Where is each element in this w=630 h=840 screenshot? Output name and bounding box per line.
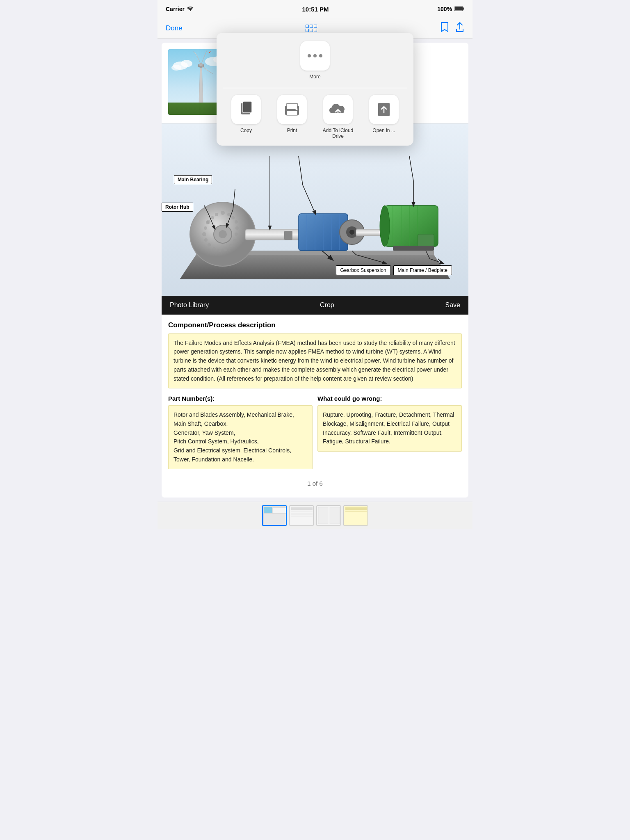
photo-bar: Photo Library Crop Save — [162, 296, 468, 315]
svg-rect-69 — [418, 234, 434, 247]
photo-library-button[interactable]: Photo Library — [170, 301, 209, 309]
grid-cell — [314, 29, 317, 32]
svg-point-33 — [215, 213, 218, 216]
grid-cell — [306, 29, 309, 32]
nav-icons — [441, 22, 464, 35]
thumbnail-3[interactable] — [316, 505, 341, 526]
more-action[interactable]: More — [294, 41, 336, 80]
openin-icon-box[interactable] — [369, 95, 399, 124]
svg-point-44 — [212, 247, 216, 251]
part-numbers-content: Rotor and Blades Assembly, Mechanical Br… — [168, 405, 313, 469]
share-button[interactable] — [455, 22, 464, 35]
svg-point-30 — [219, 230, 227, 238]
openin-action[interactable]: Open in ... — [363, 95, 404, 139]
svg-rect-50 — [245, 229, 303, 240]
svg-point-48 — [204, 226, 207, 230]
thumb-image-3 — [317, 506, 341, 526]
diagram-bottom-labels: Gearbox Suspension Main Frame / Bedplate — [336, 265, 452, 275]
grid-view-button[interactable] — [306, 25, 317, 32]
crop-button[interactable]: Crop — [320, 301, 334, 309]
svg-rect-70 — [393, 246, 434, 251]
svg-point-4 — [308, 54, 311, 57]
svg-rect-79 — [291, 516, 313, 517]
thumb-image-1 — [263, 506, 287, 526]
main-bearing-label: Main Bearing — [174, 175, 212, 184]
svg-point-47 — [202, 232, 206, 236]
svg-rect-73 — [273, 508, 287, 513]
thumbnail-strip — [158, 502, 472, 529]
battery-label: 100% — [437, 6, 452, 12]
svg-rect-74 — [264, 514, 287, 525]
share-popup: More Copy — [217, 33, 413, 146]
grid-cell — [314, 25, 317, 28]
thumbnail-1[interactable] — [262, 505, 287, 526]
save-button[interactable]: Save — [445, 301, 460, 309]
turbine-diagram: Main Bearing Rotor Hub Gearbox Suspensio… — [162, 123, 468, 296]
more-icon-box[interactable] — [300, 41, 330, 71]
svg-point-42 — [224, 248, 227, 251]
share-row-1: More — [223, 41, 407, 80]
part-numbers-title: Part Number(s): — [168, 395, 313, 402]
svg-point-36 — [231, 216, 235, 219]
icloud-label: Add To iCloud Drive — [317, 128, 358, 139]
svg-rect-77 — [291, 511, 313, 512]
status-bar: Carrier 10:51 PM 100% — [158, 0, 472, 18]
svg-point-41 — [229, 244, 233, 247]
what-wrong-col: What could go wrong: Rupture, Uprooting,… — [317, 395, 462, 476]
rotor-hub-label: Rotor Hub — [162, 203, 193, 212]
status-time: 10:51 PM — [302, 6, 329, 13]
svg-point-49 — [206, 221, 209, 224]
thumb-image-2 — [290, 506, 314, 526]
more-label: More — [309, 74, 320, 80]
thumbnail-4[interactable] — [343, 505, 368, 526]
page-indicator: 1 of 6 — [168, 476, 462, 491]
svg-point-39 — [235, 233, 238, 236]
svg-point-43 — [218, 249, 221, 252]
bookmark-button[interactable] — [441, 22, 449, 35]
part-numbers-col: Part Number(s): Rotor and Blades Assembl… — [168, 395, 313, 476]
svg-point-16 — [181, 60, 192, 67]
svg-point-46 — [204, 238, 208, 242]
svg-point-5 — [313, 54, 317, 57]
svg-rect-78 — [291, 513, 313, 515]
status-right: 100% — [437, 6, 464, 12]
what-wrong-title: What could go wrong: — [317, 395, 462, 402]
two-col-section: Part Number(s): Rotor and Blades Assembl… — [168, 395, 462, 476]
grid-cell — [310, 29, 313, 32]
wifi-icon — [187, 6, 194, 12]
carrier-label: Carrier — [166, 6, 185, 12]
svg-rect-3 — [455, 7, 463, 10]
svg-rect-8 — [243, 101, 252, 113]
copy-label: Copy — [240, 128, 252, 133]
svg-rect-76 — [291, 507, 313, 510]
gearbox-suspension-label: Gearbox Suspension — [336, 265, 391, 275]
svg-point-6 — [319, 54, 322, 57]
svg-point-32 — [211, 216, 214, 219]
popup-divider — [223, 88, 407, 88]
svg-rect-2 — [463, 8, 464, 10]
svg-rect-11 — [287, 111, 297, 116]
icloud-action[interactable]: Add To iCloud Drive — [317, 95, 358, 139]
thumbnail-2[interactable] — [289, 505, 314, 526]
component-section: Component/Process description The Failur… — [162, 315, 468, 498]
done-button[interactable]: Done — [166, 24, 183, 32]
svg-point-34 — [221, 211, 225, 215]
svg-point-0 — [190, 10, 191, 11]
svg-point-64 — [380, 205, 390, 247]
svg-rect-85 — [345, 511, 367, 512]
copy-action[interactable]: Copy — [226, 95, 267, 139]
component-title: Component/Process description — [168, 321, 462, 329]
status-left: Carrier — [166, 6, 194, 12]
what-wrong-content: Rupture, Uprooting, Fracture, Detachment… — [317, 405, 462, 452]
svg-point-35 — [227, 213, 231, 216]
icloud-icon-box[interactable] — [323, 95, 353, 124]
openin-label: Open in ... — [372, 128, 395, 133]
print-action[interactable]: Print — [272, 95, 313, 139]
grid-cell — [310, 25, 313, 28]
svg-rect-82 — [330, 507, 340, 524]
print-icon-box[interactable] — [277, 95, 307, 124]
svg-point-45 — [208, 243, 211, 247]
svg-point-40 — [233, 239, 237, 242]
svg-rect-51 — [284, 231, 292, 240]
copy-icon-box[interactable] — [231, 95, 261, 124]
